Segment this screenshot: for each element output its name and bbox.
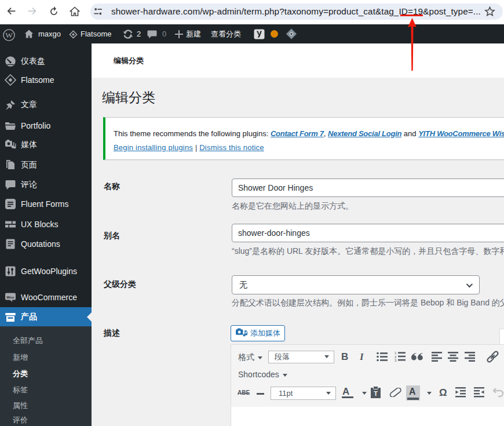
- svg-text:3: 3: [395, 359, 397, 362]
- svg-text:Woo: Woo: [6, 295, 14, 299]
- svg-text:T: T: [374, 390, 378, 397]
- svg-text:W: W: [5, 31, 13, 39]
- svg-text:1: 1: [395, 351, 397, 355]
- svg-text:2: 2: [395, 355, 397, 359]
